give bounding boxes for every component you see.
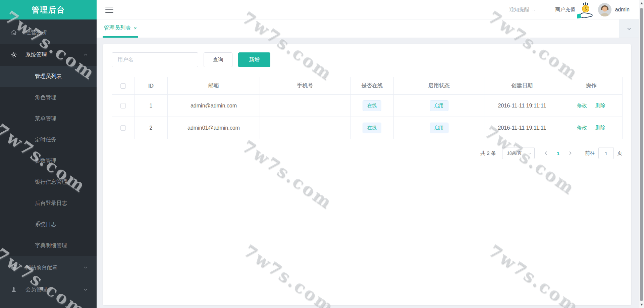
user-icon [10, 286, 17, 293]
notice-label: 通知提醒 [509, 6, 529, 13]
recharge-label: 商户充值 [555, 6, 575, 13]
tab-close-icon[interactable] [134, 26, 137, 31]
sidebar-item-site-config[interactable]: 网站前台配置 [0, 256, 97, 278]
chevron-down-icon [532, 8, 536, 12]
cell-phone [260, 117, 351, 139]
sidebar-subitem-bank[interactable]: 银行信息管理 [0, 172, 97, 193]
sidebar-subitem-sys-log[interactable]: 系统日志 [0, 214, 97, 235]
tab-admin-list[interactable]: 管理员列表 [103, 19, 138, 38]
col-header-status: 启用状态 [394, 77, 484, 95]
sidebar-subitem-label: 定时任务 [35, 136, 56, 143]
current-page[interactable]: 1 [557, 150, 559, 156]
table-header-row: ID 邮箱 手机号 是否在线 启用状态 创建日期 操作 [112, 77, 623, 95]
sidebar-subitem-label: 后台登录日志 [35, 200, 67, 207]
topbar: 通知提醒 商户充值 $ [97, 0, 639, 19]
table-row: 2 admin01@admin.com 在线 启用 2016-11-11 19:… [112, 117, 623, 139]
delete-link[interactable]: 删除 [595, 125, 605, 130]
cell-id: 1 [135, 95, 168, 117]
tabbar-expander[interactable] [619, 19, 639, 38]
toolbar: 查询 新增 [112, 52, 622, 67]
gear-icon [10, 51, 17, 58]
sidebar-item-label: 会员管理 [25, 286, 47, 293]
goto-label: 前往 [585, 150, 595, 157]
sidebar-item-analysis[interactable]: 经营分析 [0, 21, 97, 44]
merchant-recharge-button[interactable]: 商户充值 $ [555, 0, 595, 19]
home-icon [10, 29, 17, 36]
avatar [598, 3, 611, 16]
prev-page-button[interactable] [543, 150, 549, 156]
chevron-down-icon [627, 26, 632, 31]
sidebar-subitem-params[interactable]: 参数管理 [0, 150, 97, 172]
username-label: admin [615, 7, 630, 13]
cell-created: 2016-11-11 19:11:11 [484, 95, 560, 117]
sidebar-item-label: 网站前台配置 [25, 264, 58, 271]
edit-link[interactable]: 修改 [577, 125, 587, 130]
sidebar-item-member[interactable]: 会员管理 [0, 278, 97, 301]
user-menu[interactable]: admin [598, 3, 630, 16]
col-header-phone: 手机号 [260, 77, 351, 95]
sidebar-group-system: 系统管理 管理员列表 角色管理 菜单管理 定时任务 参数管理 银行信息管理 后台… [0, 44, 97, 256]
online-badge: 在线 [363, 123, 381, 133]
row-checkbox[interactable] [120, 125, 126, 131]
cell-phone [260, 95, 351, 117]
sidebar-subitem-label: 字典明细管理 [35, 242, 67, 249]
sidebar-item-system[interactable]: 系统管理 [0, 44, 97, 66]
pagination-total: 共 2 条 [480, 150, 496, 157]
goto-page-input[interactable] [598, 147, 614, 159]
vertical-scrollbar [639, 0, 644, 308]
admin-list-card: 查询 新增 ID 邮箱 手机号 是否在线 [103, 44, 631, 305]
scrollbar-thumb[interactable] [640, 8, 643, 301]
table-row: 1 admin@admin.com 在线 启用 2016-11-11 19:11… [112, 95, 623, 117]
admin-backend-screen: 管理后台 经营分析 系统管理 管理员列表 [0, 0, 644, 308]
sidebar-item-label: 系统管理 [25, 51, 47, 58]
col-header-id: ID [135, 77, 168, 95]
main-area: 通知提醒 商户充值 $ [97, 0, 639, 308]
next-page-button[interactable] [568, 150, 573, 156]
edit-link[interactable]: 修改 [577, 102, 587, 108]
row-checkbox[interactable] [120, 103, 126, 108]
delete-link[interactable]: 删除 [595, 102, 605, 108]
col-header-online: 是否在线 [351, 77, 394, 95]
sidebar-subitem-label: 角色管理 [35, 94, 56, 101]
sidebar-nav: 经营分析 系统管理 管理员列表 角色管理 菜单管理 定时任务 参数管理 银行信 [0, 19, 97, 301]
chevron-down-icon [528, 151, 532, 155]
col-header-created: 创建日期 [484, 77, 560, 95]
sidebar-subitem-admin-list[interactable]: 管理员列表 [0, 66, 97, 87]
sidebar-subitem-label: 管理员列表 [35, 73, 62, 80]
admin-table: ID 邮箱 手机号 是否在线 启用状态 创建日期 操作 1 [112, 77, 623, 139]
scroll-up-button[interactable] [639, 1, 644, 6]
sidebar-subitem-login-log[interactable]: 后台登录日志 [0, 193, 97, 214]
tabbar: 管理员列表 [97, 19, 639, 38]
cell-id: 2 [135, 117, 168, 139]
notice-dropdown[interactable]: 通知提醒 [509, 6, 536, 13]
select-all-checkbox[interactable] [120, 83, 126, 89]
tab-label: 管理员列表 [104, 25, 131, 32]
scroll-down-button[interactable] [639, 302, 644, 307]
chevron-down-icon [83, 265, 88, 270]
col-header-email: 邮箱 [168, 77, 260, 95]
username-input[interactable] [112, 52, 198, 67]
page-unit-label: 页 [617, 150, 622, 157]
online-badge: 在线 [363, 100, 381, 111]
page-size-value: 10条/页 [507, 150, 522, 156]
topbar-right: 通知提醒 商户充值 $ [509, 0, 630, 19]
coin-hand-icon: $ [577, 2, 595, 19]
add-button[interactable]: 新增 [238, 52, 270, 67]
chevron-down-icon [83, 287, 88, 292]
content-area: 查询 新增 ID 邮箱 手机号 是否在线 [97, 38, 639, 308]
pagination: 共 2 条 10条/页 1 前往 [112, 147, 622, 159]
query-button[interactable]: 查询 [204, 52, 232, 67]
chevron-up-icon [83, 52, 88, 57]
sidebar-subitem-menu[interactable]: 菜单管理 [0, 108, 97, 129]
sidebar-subitem-dict[interactable]: 字典明细管理 [0, 235, 97, 256]
sidebar-subitem-cron[interactable]: 定时任务 [0, 129, 97, 150]
hamburger-menu-icon[interactable] [105, 7, 113, 13]
sidebar-item-label: 经营分析 [25, 29, 47, 36]
cell-created: 2016-11-11 19:11:11 [484, 117, 560, 139]
globe-icon [10, 264, 17, 271]
sidebar-subitem-label: 菜单管理 [35, 115, 56, 122]
col-header-ops: 操作 [560, 77, 623, 95]
sidebar-subitem-role[interactable]: 角色管理 [0, 87, 97, 108]
page-size-select[interactable]: 10条/页 [502, 147, 535, 159]
sidebar-subitem-label: 系统日志 [35, 221, 56, 228]
